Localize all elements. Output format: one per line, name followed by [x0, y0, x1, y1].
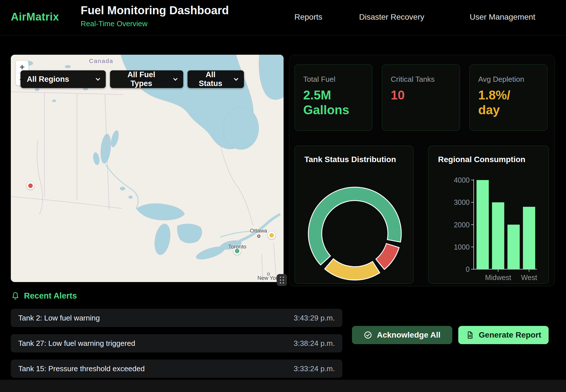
map-label-ottawa: Ottawa — [250, 228, 267, 234]
stat-card-critical-tanks: Critical Tanks 10 — [382, 64, 460, 131]
region-filter-dropdown[interactable]: All Regions — [21, 70, 106, 88]
alert-timestamp: 3:33:24 p.m. — [294, 364, 335, 373]
svg-text:0: 0 — [466, 265, 470, 273]
alert-timestamp: 3:38:24 p.m. — [294, 339, 335, 348]
stat-label: Total Fuel — [303, 75, 364, 84]
tank-status-donut-chart — [295, 146, 414, 283]
acknowledge-all-label: Acknowledge All — [377, 330, 440, 340]
svg-text:2000: 2000 — [454, 221, 470, 229]
status-filter-dropdown[interactable]: All Status — [188, 70, 244, 88]
recent-alerts-title: Recent Alerts — [24, 291, 77, 301]
alert-row: Tank 2: Low fuel warning 3:43:29 p.m. — [11, 309, 342, 327]
stat-label: Critical Tanks — [391, 75, 451, 84]
title-block: Fuel Monitoring Dashboard Real-Time Over… — [81, 4, 229, 28]
top-nav-bar: AirMatrix Fuel Monitoring Dashboard Real… — [0, 0, 566, 35]
stat-card-total-fuel: Total Fuel 2.5MGallons — [294, 64, 372, 131]
page-title: Fuel Monitoring Dashboard — [81, 4, 229, 17]
page-subtitle: Real-Time Overview — [81, 19, 229, 28]
recent-alerts-heading: Recent Alerts — [11, 291, 77, 301]
tank-status-distribution-card: Tank Status Distribution — [294, 146, 414, 284]
alert-text: Tank 2: Low fuel warning — [18, 314, 100, 322]
bottom-strip — [0, 380, 566, 392]
nav-item-disaster-recovery[interactable]: Disaster Recovery — [359, 13, 424, 22]
alert-row: Tank 15: Pressure threshold exceeded 3:3… — [11, 360, 342, 378]
svg-text:3000: 3000 — [454, 198, 470, 206]
city-dot-ottawa — [257, 234, 260, 238]
metrics-panel: Total Fuel 2.5MGallons Critical Tanks 10… — [289, 55, 555, 286]
nav-item-user-management[interactable]: User Management — [470, 13, 535, 22]
svg-text:Midwest: Midwest — [485, 273, 511, 281]
fuel-type-filter-dropdown[interactable]: All Fuel Types — [110, 70, 183, 88]
region-filter-value: All Regions — [27, 75, 69, 84]
tank-marker-critical[interactable] — [27, 182, 34, 189]
alert-timestamp: 3:43:29 p.m. — [294, 314, 335, 322]
stat-label: Avg Depletion — [478, 75, 539, 84]
tank-marker-warning[interactable] — [268, 232, 275, 239]
map-resize-grip[interactable] — [277, 274, 287, 286]
status-filter-value: All Status — [194, 70, 227, 88]
alert-text: Tank 27: Low fuel warning triggered — [18, 339, 135, 348]
map-label-country: Canada — [89, 58, 113, 64]
chevron-down-icon — [173, 76, 178, 80]
generate-report-button[interactable]: Generate Report — [458, 326, 549, 344]
stat-value: 10 — [391, 88, 451, 103]
map-filter-row: All Regions All Fuel Types All Status — [21, 70, 244, 88]
map-canvas[interactable]: Canada OttawaTorontoNew York + − All Reg… — [11, 55, 284, 282]
alert-text: Tank 15: Pressure threshold exceeded — [18, 364, 145, 373]
chevron-down-icon — [96, 76, 100, 81]
stat-value: 1.8%/day — [478, 88, 539, 117]
chevron-down-icon — [234, 76, 238, 80]
svg-text:1000: 1000 — [454, 243, 470, 251]
alert-row: Tank 27: Low fuel warning triggered 3:38… — [11, 334, 342, 352]
svg-text:4000: 4000 — [454, 176, 470, 184]
bell-icon — [11, 291, 20, 301]
svg-text:West: West — [521, 273, 537, 281]
stat-value: 2.5MGallons — [303, 88, 364, 117]
stat-card-avg-depletion: Avg Depletion 1.8%/day — [469, 64, 547, 131]
regional-consumption-card: Regional Consumption 01000200030004000Mi… — [428, 146, 549, 284]
check-circle-icon — [364, 331, 372, 339]
brand-logo: AirMatrix — [11, 11, 59, 23]
acknowledge-all-button[interactable]: Acknowledge All — [352, 326, 452, 344]
chart-title: Tank Status Distribution — [304, 155, 396, 164]
map-label-toronto: Toronto — [228, 244, 246, 250]
chart-title: Regional Consumption — [438, 155, 525, 164]
fuel-type-filter-value: All Fuel Types — [116, 70, 166, 88]
regional-consumption-bar-chart: 01000200030004000MidwestWest — [428, 146, 549, 283]
generate-report-label: Generate Report — [479, 330, 541, 340]
document-icon — [466, 331, 474, 339]
nav-item-reports[interactable]: Reports — [294, 13, 322, 22]
map-panel: Canada OttawaTorontoNew York + − All Reg… — [11, 55, 284, 282]
